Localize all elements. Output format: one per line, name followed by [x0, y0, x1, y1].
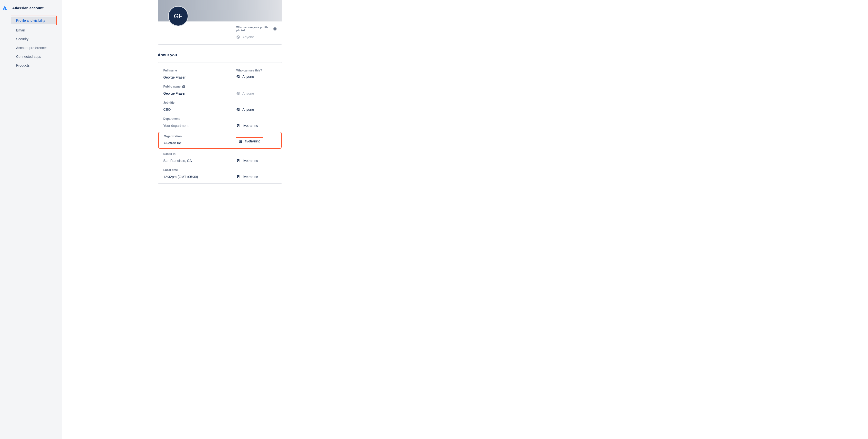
sidebar-item-email[interactable]: Email — [11, 26, 57, 34]
sidebar-item-security[interactable]: Security — [11, 35, 57, 43]
main-content: GF Who can see your profile photo? i Any… — [62, 0, 868, 439]
profile-photo-card: GF Who can see your profile photo? i Any… — [158, 0, 282, 45]
building-icon — [239, 139, 243, 143]
photo-visibility-label: Who can see your profile photo? i — [236, 26, 277, 32]
avatar[interactable]: GF — [168, 6, 188, 26]
sidebar-item-profile-visibility[interactable]: Profile and visibility — [11, 16, 56, 24]
public-name-value[interactable]: George Fraser — [163, 91, 236, 96]
profile-header-background: GF — [158, 0, 282, 22]
public-name-label: Public name i — [163, 85, 236, 88]
full-name-label: Full name — [163, 69, 236, 72]
job-title-visibility[interactable]: Anyone — [236, 107, 254, 111]
globe-icon — [236, 92, 240, 95]
field-local-time: Local time 12:32pm (GMT+05:30) fivetrani… — [158, 166, 282, 182]
field-public-name: Public name i George Fraser Anyone — [158, 82, 282, 99]
organization-value[interactable]: Fivetran Inc — [164, 140, 236, 146]
field-based-in: Based in San Francisco, CA fivetraninc — [158, 150, 282, 166]
building-icon — [236, 175, 240, 179]
building-icon — [236, 124, 240, 128]
local-time-visibility[interactable]: fivetraninc — [236, 175, 258, 179]
avatar-initials: GF — [174, 12, 183, 20]
sidebar-item-account-preferences[interactable]: Account preferences — [11, 44, 57, 52]
photo-visibility-value[interactable]: Anyone — [236, 35, 277, 39]
about-you-heading: About you — [158, 53, 282, 57]
sidebar-header: Atlassian account — [0, 5, 62, 15]
organization-visibility-highlight: fivetraninc — [236, 137, 264, 145]
based-in-label: Based in — [163, 152, 236, 156]
field-job-title: Job title CEO Anyone — [158, 99, 282, 114]
based-in-visibility[interactable]: fivetraninc — [236, 159, 258, 163]
full-name-value[interactable]: George Fraser — [163, 75, 236, 80]
local-time-value[interactable]: 12:32pm (GMT+05:30) — [163, 174, 236, 179]
globe-icon — [236, 35, 240, 39]
field-department: Department Your department fivetraninc — [158, 114, 282, 131]
field-full-name: Full name George Fraser Who can see this… — [158, 66, 282, 82]
full-name-visibility[interactable]: Anyone — [236, 75, 254, 78]
field-organization-highlight: Organization Fivetran Inc fivetraninc — [158, 132, 282, 149]
department-label: Department — [163, 117, 236, 121]
public-name-visibility[interactable]: Anyone — [236, 92, 254, 95]
department-value[interactable]: Your department — [163, 123, 236, 128]
field-organization: Organization Fivetran Inc fivetraninc — [159, 132, 281, 148]
organization-visibility[interactable]: fivetraninc — [239, 139, 260, 143]
based-in-value[interactable]: San Francisco, CA — [163, 158, 236, 163]
sidebar-item-products[interactable]: Products — [11, 62, 57, 69]
who-can-see-label: Who can see this? — [236, 69, 262, 72]
department-visibility[interactable]: fivetraninc — [236, 124, 258, 128]
job-title-value[interactable]: CEO — [163, 107, 236, 112]
globe-icon — [236, 107, 240, 111]
info-icon[interactable]: i — [273, 27, 277, 31]
job-title-label: Job title — [163, 101, 236, 104]
about-you-card: Full name George Fraser Who can see this… — [158, 62, 282, 184]
sidebar-nav: Profile and visibility Email Security Ac… — [0, 15, 62, 69]
local-time-label: Local time — [163, 168, 236, 172]
sidebar: Atlassian account Profile and visibility… — [0, 0, 62, 439]
organization-label: Organization — [164, 135, 236, 138]
info-icon[interactable]: i — [182, 85, 185, 88]
sidebar-item-highlight: Profile and visibility — [11, 15, 57, 25]
sidebar-title: Atlassian account — [12, 6, 43, 10]
globe-icon — [236, 75, 240, 78]
atlassian-logo-icon — [2, 5, 8, 11]
sidebar-item-connected-apps[interactable]: Connected apps — [11, 53, 57, 61]
building-icon — [236, 159, 240, 163]
